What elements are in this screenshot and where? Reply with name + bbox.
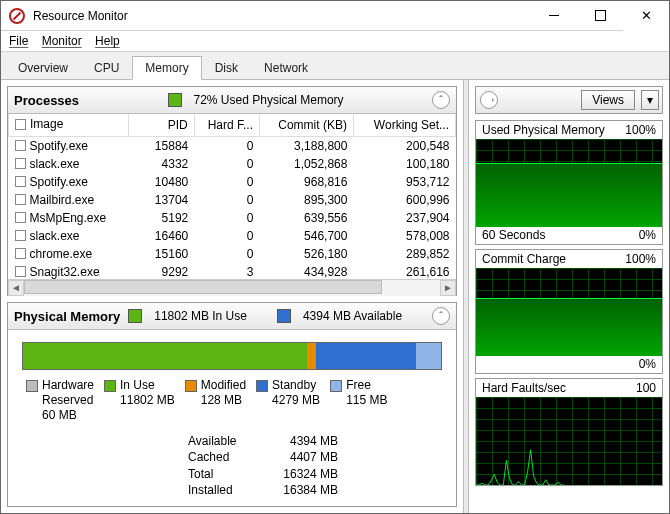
graph-canvas (476, 397, 662, 485)
chevron-up-icon[interactable]: ˆ (432, 307, 450, 325)
col-image[interactable]: Image (9, 114, 129, 136)
legend-item: Free 115 MB (330, 378, 387, 423)
horizontal-scrollbar[interactable]: ◄ ► (8, 279, 456, 295)
tab-bar: Overview CPU Memory Disk Network (1, 52, 669, 80)
select-all-checkbox[interactable] (15, 119, 26, 130)
avail-chip-icon (277, 309, 291, 323)
inuse-chip-icon (128, 309, 142, 323)
avail-label: 4394 MB Available (303, 309, 402, 323)
menu-monitor[interactable]: Monitor (42, 34, 82, 48)
maximize-button[interactable] (577, 1, 623, 31)
tab-cpu[interactable]: CPU (81, 56, 132, 79)
physical-title: Physical Memory (14, 309, 120, 324)
legend-item: Hardware Reserved60 MB (26, 378, 94, 423)
scroll-left-icon[interactable]: ◄ (8, 280, 24, 296)
memory-chip-icon (168, 93, 182, 107)
menu-help[interactable]: Help (95, 34, 120, 48)
row-checkbox[interactable] (15, 266, 26, 277)
table-row[interactable]: Mailbird.exe 13704 0 895,300 600,996 (9, 191, 456, 209)
menubar: File Monitor Help (1, 31, 669, 52)
row-checkbox[interactable] (15, 248, 26, 259)
table-row[interactable]: MsMpEng.exe 5192 0 639,556 237,904 (9, 209, 456, 227)
graph-canvas (476, 268, 662, 356)
row-checkbox[interactable] (15, 140, 26, 151)
row-checkbox[interactable] (15, 194, 26, 205)
row-checkbox[interactable] (15, 158, 26, 169)
table-row[interactable]: Spotify.exe 10480 0 968,816 953,712 (9, 173, 456, 191)
row-checkbox[interactable] (15, 230, 26, 241)
processes-header[interactable]: Processes 72% Used Physical Memory ˆ (8, 87, 456, 114)
scroll-right-icon[interactable]: ► (440, 280, 456, 296)
tab-overview[interactable]: Overview (5, 56, 81, 79)
legend-item: In Use 11802 MB (104, 378, 175, 423)
graph-panel: Commit Charge100% 0% (475, 249, 663, 374)
window-title: Resource Monitor (33, 9, 531, 23)
physical-memory-header[interactable]: Physical Memory 11802 MB In Use 4394 MB … (8, 303, 456, 330)
processes-title: Processes (14, 93, 79, 108)
views-button[interactable]: Views (581, 90, 635, 110)
col-workingset[interactable]: Working Set... (353, 114, 455, 136)
app-icon (9, 8, 25, 24)
table-row[interactable]: chrome.exe 15160 0 526,180 289,852 (9, 245, 456, 263)
memory-stats: Available4394 MBCached4407 MBTotal16324 … (188, 433, 456, 498)
scroll-thumb[interactable] (24, 280, 382, 294)
col-hardfaults[interactable]: Hard F... (194, 114, 259, 136)
processes-table: Image PID Hard F... Commit (KB) Working … (8, 114, 456, 279)
memory-legend: Hardware Reserved60 MBIn Use 11802 MBMod… (8, 378, 456, 427)
row-checkbox[interactable] (15, 212, 26, 223)
tab-network[interactable]: Network (251, 56, 321, 79)
col-commit[interactable]: Commit (KB) (260, 114, 354, 136)
minimize-button[interactable] (531, 1, 577, 31)
graph-panel: Hard Faults/sec100 (475, 378, 663, 486)
memory-bar-chart (22, 342, 442, 370)
menu-file[interactable]: File (9, 34, 28, 48)
processes-summary: 72% Used Physical Memory (194, 93, 344, 107)
chevron-right-icon[interactable]: ˆ (480, 91, 498, 109)
titlebar: Resource Monitor (1, 1, 669, 31)
inuse-label: 11802 MB In Use (154, 309, 247, 323)
graphs-toolbar: ˆ Views ▾ (475, 86, 663, 114)
tab-disk[interactable]: Disk (202, 56, 251, 79)
table-row[interactable]: slack.exe 16460 0 546,700 578,008 (9, 227, 456, 245)
graph-panel: Used Physical Memory100% 60 Seconds0% (475, 120, 663, 245)
chevron-up-icon[interactable]: ˆ (432, 91, 450, 109)
tab-memory[interactable]: Memory (132, 56, 201, 80)
graph-canvas (476, 139, 662, 227)
table-row[interactable]: Spotify.exe 15884 0 3,188,800 200,548 (9, 136, 456, 155)
views-dropdown-icon[interactable]: ▾ (641, 90, 659, 110)
close-button[interactable] (623, 1, 669, 31)
table-row[interactable]: slack.exe 4332 0 1,052,868 100,180 (9, 155, 456, 173)
table-row[interactable]: Snagit32.exe 9292 3 434,928 261,616 (9, 263, 456, 280)
col-pid[interactable]: PID (129, 114, 194, 136)
legend-item: Standby 4279 MB (256, 378, 320, 423)
legend-item: Modified 128 MB (185, 378, 246, 423)
row-checkbox[interactable] (15, 176, 26, 187)
